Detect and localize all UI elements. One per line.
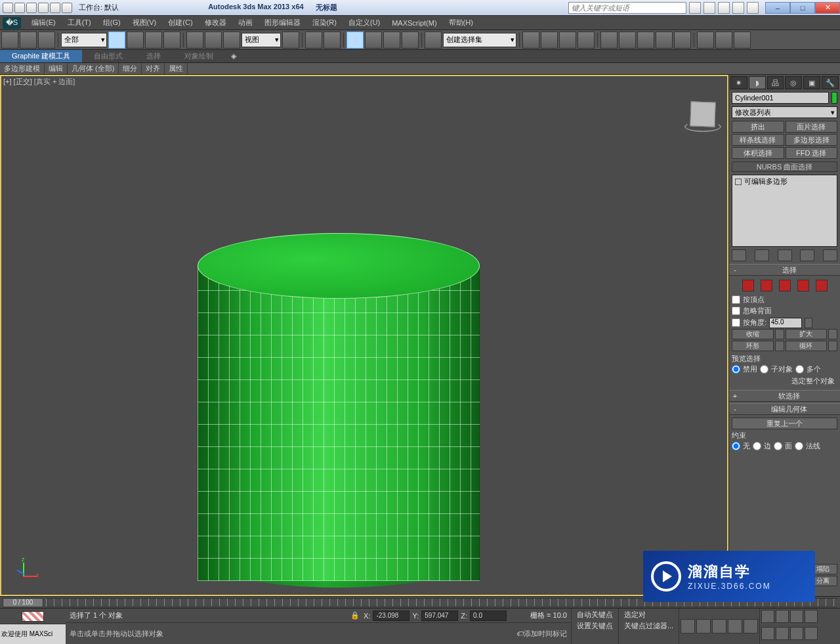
favorites-icon[interactable] — [718, 2, 730, 14]
radio-constraint-face[interactable]: 面 — [774, 440, 792, 452]
named-selection-dropdown[interactable]: 创建选择集 — [443, 33, 516, 47]
make-unique-icon[interactable] — [778, 249, 792, 261]
align-icon[interactable] — [541, 32, 558, 49]
object-color-swatch[interactable] — [831, 92, 837, 104]
curve-editor-icon[interactable] — [578, 32, 595, 49]
tab-display-icon[interactable]: ▣ — [803, 76, 820, 89]
remove-modifier-icon[interactable] — [800, 249, 814, 261]
zoom-extents-icon[interactable] — [790, 610, 803, 623]
angle-spinner[interactable] — [805, 318, 812, 328]
object-name-input[interactable] — [732, 92, 829, 104]
teapot1-icon[interactable] — [697, 32, 714, 49]
max-toggle-icon[interactable] — [805, 627, 818, 640]
schematic-view-icon[interactable] — [600, 32, 618, 49]
modifier-list-dropdown[interactable]: 修改器列表 — [732, 106, 837, 118]
select-by-name-icon[interactable] — [127, 32, 144, 49]
zoom-icon[interactable] — [761, 610, 774, 623]
show-end-result-icon[interactable] — [755, 249, 769, 261]
tab-motion-icon[interactable]: ◎ — [785, 76, 802, 89]
subobj-polygon-icon[interactable] — [797, 280, 809, 291]
rollout-selection-header[interactable]: -选择 — [729, 264, 840, 276]
menu-group[interactable]: 组(G) — [98, 16, 126, 29]
menu-maxscript[interactable]: MAXScript(M) — [387, 18, 442, 28]
app-logo-icon[interactable]: �S — [3, 17, 21, 29]
menu-views[interactable]: 视图(V) — [127, 16, 162, 29]
autokey-toggle[interactable]: 自动关键点 — [573, 610, 617, 620]
pin-stack-icon[interactable] — [732, 249, 746, 261]
workspace-dropdown[interactable]: 工作台: 默认 — [75, 3, 123, 12]
subtab-polymodel[interactable]: 多边形建模 — [0, 63, 45, 74]
radio-constraint-edge[interactable]: 边 — [753, 440, 771, 452]
btn-nurbs-select[interactable]: NURBS 曲面选择 — [732, 161, 837, 172]
ref-coord-dropdown[interactable]: 视图 — [242, 33, 281, 47]
render-icon[interactable] — [674, 32, 691, 49]
zoom-all-icon[interactable] — [776, 610, 789, 623]
menu-rendering[interactable]: 渲染(R) — [307, 16, 342, 29]
maxscript-mini-listener-toggle[interactable] — [0, 609, 66, 624]
coord-x-input[interactable]: -23.098 — [373, 611, 410, 621]
rollout-editgeometry-header[interactable]: -编辑几何体 — [729, 403, 840, 415]
help-icon[interactable] — [747, 2, 759, 14]
rotate-icon[interactable] — [205, 32, 222, 49]
ribbon-tab-selection[interactable]: 选择 — [135, 50, 173, 62]
teapot2-icon[interactable] — [715, 32, 732, 49]
btn-patch-select[interactable]: 面片选择 — [786, 121, 838, 133]
maximize-button[interactable]: □ — [790, 2, 815, 14]
subtab-edit[interactable]: 编辑 — [45, 63, 68, 74]
btn-ring[interactable]: 环形 — [732, 341, 774, 351]
link-icon[interactable] — [62, 3, 72, 13]
subobj-border-icon[interactable] — [779, 280, 791, 291]
percent-snap-icon[interactable] — [383, 32, 400, 49]
teapot3-icon[interactable] — [734, 32, 751, 49]
tab-modify-icon[interactable]: ◗ — [749, 76, 766, 89]
chk-by-angle[interactable]: 按角度: — [732, 317, 766, 328]
radio-constraint-normal[interactable]: 法线 — [795, 440, 820, 452]
subtab-subdiv[interactable]: 细分 — [119, 63, 142, 74]
loop-spinner[interactable] — [828, 341, 837, 351]
scene-object-cylinder[interactable] — [198, 233, 480, 588]
new-icon[interactable] — [3, 3, 13, 13]
lock-selection-icon[interactable]: 🔒 — [350, 611, 360, 620]
modifier-stack[interactable]: 可编辑多边形 — [732, 175, 837, 247]
subobj-vertex-icon[interactable] — [742, 280, 754, 291]
menu-create[interactable]: 创建(C) — [163, 16, 198, 29]
stack-expand-icon[interactable] — [735, 179, 742, 185]
spinner-snap-icon[interactable] — [402, 32, 419, 49]
select-manipulate-icon[interactable] — [305, 32, 322, 49]
play-icon[interactable] — [712, 619, 726, 633]
viewport-label-view[interactable]: [+] [正交] — [3, 77, 32, 85]
subtab-props[interactable]: 属性 — [165, 63, 188, 74]
communication-icon[interactable] — [704, 2, 715, 14]
pan-icon[interactable] — [776, 627, 789, 640]
menu-modifiers[interactable]: 修改器 — [200, 16, 232, 29]
angle-snap-icon[interactable] — [365, 32, 382, 49]
tab-utilities-icon[interactable]: 🔧 — [822, 76, 839, 89]
zoom-extents-all-icon[interactable] — [805, 610, 818, 623]
viewport[interactable]: [+] [正交] [真实 + 边面] zx — [0, 75, 728, 596]
subscription-icon[interactable] — [689, 2, 701, 14]
signin-icon[interactable] — [732, 2, 744, 14]
rendered-frame-icon[interactable] — [656, 32, 673, 49]
btn-spline-select[interactable]: 样条线选择 — [732, 134, 784, 146]
goto-start-icon[interactable] — [681, 619, 695, 633]
subtab-align[interactable]: 对齐 — [142, 63, 165, 74]
subobj-element-icon[interactable] — [816, 280, 828, 291]
next-frame-icon[interactable] — [728, 619, 742, 633]
open-icon[interactable] — [14, 3, 25, 13]
time-tag-icon[interactable]: 🏷 — [516, 630, 524, 637]
redo-icon[interactable] — [50, 3, 60, 13]
move-icon[interactable] — [186, 32, 203, 49]
btn-poly-select[interactable]: 多边形选择 — [786, 134, 838, 146]
prev-frame-icon[interactable] — [696, 619, 711, 633]
subtab-geometry[interactable]: 几何体 (全部) — [68, 63, 119, 74]
menu-help[interactable]: 帮助(H) — [444, 16, 478, 29]
selection-filter-dropdown[interactable]: 全部 — [61, 33, 107, 47]
key-filters-button[interactable]: 关键点过滤器... — [620, 621, 677, 632]
select-object-icon[interactable] — [108, 32, 125, 49]
ribbon-tab-paint[interactable]: 对象绘制 — [173, 50, 225, 62]
field-of-view-icon[interactable] — [761, 627, 774, 640]
btn-shrink[interactable]: 收缩 — [732, 329, 774, 339]
orbit-icon[interactable] — [790, 627, 803, 640]
pivot-icon[interactable] — [282, 32, 299, 49]
btn-repeat-last[interactable]: 重复上一个 — [732, 418, 837, 429]
